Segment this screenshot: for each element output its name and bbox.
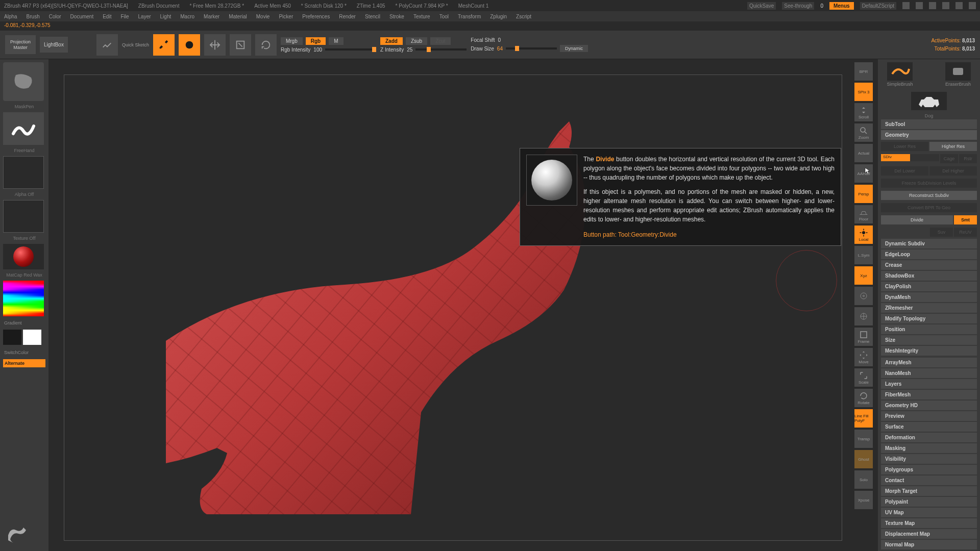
higher-res-button[interactable]: Higher Res — [929, 142, 977, 151]
zoom-button[interactable]: Zoom — [854, 123, 873, 142]
mesh-integrity-section[interactable]: MeshIntegrity — [881, 346, 977, 356]
suv-button[interactable]: Suv — [930, 228, 953, 237]
menu-light[interactable]: Light — [160, 14, 172, 19]
transp-button[interactable]: Transp — [854, 430, 873, 448]
zadd-button[interactable]: Zadd — [380, 37, 403, 45]
window-control-2[interactable] — [916, 2, 923, 9]
eraser-brush-selector[interactable]: EraserBrush — [943, 62, 973, 87]
xpose-button[interactable]: Xpose — [854, 491, 873, 509]
dynamic-subdiv-section[interactable]: Dynamic Subdiv — [881, 239, 977, 248]
menu-tool[interactable]: Tool — [439, 14, 449, 19]
polygroups-section[interactable]: Polygroups — [881, 465, 977, 474]
quicksave-button[interactable]: QuickSave — [747, 2, 776, 10]
close-button[interactable] — [969, 2, 976, 9]
simple-brush-selector[interactable]: SimpleBrush — [885, 62, 915, 87]
stroke-selector[interactable] — [3, 112, 44, 145]
main-color-swatch[interactable] — [3, 330, 21, 345]
arraymesh-section[interactable]: ArrayMesh — [881, 358, 977, 367]
position-section[interactable]: Position — [881, 324, 977, 334]
freeze-subdiv-button[interactable]: Freeze SubDivision Levels — [881, 179, 977, 188]
rotate-button[interactable] — [255, 34, 277, 56]
seethrough-label[interactable]: See-through — [782, 2, 814, 10]
frame-button[interactable]: Frame — [854, 328, 873, 346]
dynamesh-section[interactable]: DynaMesh — [881, 292, 977, 302]
geometry-hd-section[interactable]: Geometry HD — [881, 400, 977, 410]
deformation-section[interactable]: Deformation — [881, 433, 977, 442]
preview-section[interactable]: Preview — [881, 411, 977, 421]
fibermesh-section[interactable]: FiberMesh — [881, 390, 977, 399]
bpr-button[interactable]: BPR — [854, 62, 873, 81]
menu-movie[interactable]: Movie — [256, 14, 270, 19]
nanomesh-section[interactable]: NanoMesh — [881, 368, 977, 378]
menu-zscript[interactable]: Zscript — [516, 14, 531, 19]
move-canvas-button[interactable]: Move — [854, 348, 873, 366]
menu-color[interactable]: Color — [49, 14, 61, 19]
menu-macro[interactable]: Macro — [180, 14, 194, 19]
menu-material[interactable]: Material — [229, 14, 247, 19]
crease-section[interactable]: Crease — [881, 260, 977, 270]
menu-alpha[interactable]: Alpha — [4, 14, 17, 19]
mrgb-button[interactable]: Mrgb — [281, 37, 303, 45]
texture-selector[interactable] — [3, 200, 44, 233]
reuv-button[interactable]: ReUV — [954, 228, 977, 237]
claypolish-section[interactable]: ClayPolish — [881, 282, 977, 291]
normal-map-section[interactable]: Normal Map — [881, 540, 977, 549]
default-zscript[interactable]: DefaultZScript — [860, 2, 896, 10]
visibility-section[interactable]: Visibility — [881, 454, 977, 464]
texture-map-section[interactable]: Texture Map — [881, 518, 977, 528]
move-button[interactable] — [204, 34, 226, 56]
center-button[interactable] — [854, 287, 873, 305]
menu-marker[interactable]: Marker — [204, 14, 219, 19]
xyz-button[interactable]: Xyz — [854, 266, 873, 285]
divide-button[interactable]: Divide — [881, 215, 953, 224]
quick-sketch-button[interactable] — [96, 34, 118, 56]
geometry-section[interactable]: Geometry — [881, 130, 977, 140]
zremesher-section[interactable]: ZRemesher — [881, 303, 977, 313]
menu-picker[interactable]: Picker — [279, 14, 293, 19]
dynamic-button[interactable]: Dynamic — [560, 45, 588, 52]
rotate-canvas-button[interactable]: Rotate — [854, 389, 873, 407]
rstr-button[interactable]: Rstr — [959, 154, 977, 163]
menu-preferences[interactable]: Preferences — [302, 14, 330, 19]
persp-button[interactable]: Persp — [854, 185, 873, 203]
minimize-button[interactable] — [942, 2, 949, 9]
alpha-selector[interactable] — [3, 156, 44, 189]
spix-button[interactable]: SPix 3 — [854, 83, 873, 101]
size-section[interactable]: Size — [881, 335, 977, 345]
secondary-color-swatch[interactable] — [23, 330, 41, 345]
maximize-button[interactable] — [955, 2, 963, 9]
window-control-1[interactable] — [902, 2, 910, 9]
material-selector[interactable] — [3, 244, 44, 269]
zsub-button[interactable]: Zsub — [406, 37, 427, 45]
del-lower-button[interactable]: Del Lower — [881, 166, 928, 176]
brush-selector[interactable] — [3, 62, 44, 101]
edit-button[interactable] — [153, 34, 175, 56]
reconstruct-subdiv-button[interactable]: Reconstruct Subdiv — [881, 191, 977, 200]
contact-section[interactable]: Contact — [881, 475, 977, 485]
rgb-intensity-slider[interactable] — [325, 48, 376, 51]
menu-transform[interactable]: Transform — [458, 14, 481, 19]
del-higher-button[interactable]: Del Higher — [929, 166, 977, 176]
scroll-button[interactable]: Scroll — [854, 103, 873, 121]
edgeloop-section[interactable]: EdgeLoop — [881, 249, 977, 259]
lightbox-button[interactable]: LightBox — [40, 37, 68, 53]
menu-zplugin[interactable]: Zplugin — [490, 14, 507, 19]
menu-stencil[interactable]: Stencil — [365, 14, 380, 19]
tool-selector[interactable] — [911, 92, 947, 110]
polyf-button[interactable]: Line Fill PolyF — [854, 409, 873, 428]
lower-res-button[interactable]: Lower Res — [881, 142, 928, 151]
gradient-label[interactable]: Gradient — [3, 319, 45, 327]
lsym-button[interactable]: L.Sym — [854, 246, 873, 264]
scale-button[interactable] — [230, 34, 251, 56]
menu-render[interactable]: Render — [339, 14, 356, 19]
displacement-map-section[interactable]: Displacement Map — [881, 529, 977, 539]
alternate-button[interactable]: Alternate — [3, 359, 45, 367]
menu-edit[interactable]: Edit — [103, 14, 111, 19]
sdiv-slider[interactable]: SDiv — [881, 154, 939, 161]
smt-button[interactable]: Smt — [954, 215, 977, 224]
solo-button[interactable]: Solo — [854, 470, 873, 489]
projection-master-button[interactable]: Projection Master — [5, 35, 36, 55]
rgb-button[interactable]: Rgb — [306, 37, 326, 45]
zcut-button[interactable]: Zcut — [430, 37, 450, 45]
color-picker[interactable] — [3, 281, 44, 316]
